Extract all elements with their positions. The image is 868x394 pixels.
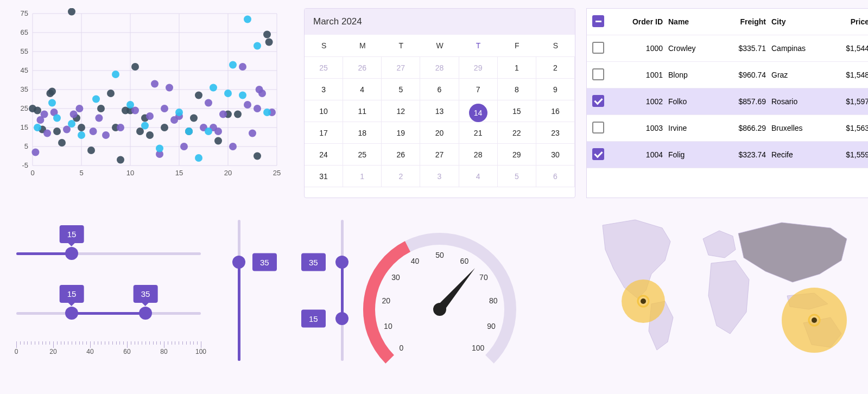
horizontal-slider-single[interactable]: 15 bbox=[16, 220, 201, 269]
svg-point-60 bbox=[265, 39, 273, 46]
calendar-day[interactable]: 3 bbox=[420, 166, 459, 187]
calendar-day[interactable]: 28 bbox=[459, 144, 498, 166]
svg-point-72 bbox=[117, 124, 124, 131]
svg-text:10: 10 bbox=[384, 322, 392, 331]
svg-text:15: 15 bbox=[21, 123, 28, 131]
table-row[interactable]: 1003 Irvine $866.29 Bruxelles $1,563 bbox=[587, 115, 868, 142]
calendar-day[interactable]: 26 bbox=[382, 144, 420, 166]
svg-point-87 bbox=[229, 143, 237, 150]
calendar-day[interactable]: 11 bbox=[343, 100, 382, 122]
calendar-day[interactable]: 28 bbox=[420, 57, 459, 79]
svg-point-35 bbox=[53, 128, 61, 135]
calendar-day[interactable]: 31 bbox=[305, 166, 343, 187]
horizontal-slider-range[interactable]: 15 35 bbox=[16, 279, 201, 328]
svg-text:25: 25 bbox=[273, 169, 281, 177]
svg-point-104 bbox=[156, 145, 163, 152]
calendar-day[interactable]: 15 bbox=[498, 100, 536, 122]
svg-point-103 bbox=[141, 122, 149, 130]
calendar-day[interactable]: 25 bbox=[305, 57, 343, 79]
calendar-day[interactable]: 24 bbox=[305, 144, 343, 166]
table-row[interactable]: 1004 Folig $323.74 Recife $1,559 bbox=[587, 142, 868, 168]
svg-point-75 bbox=[151, 80, 159, 88]
calendar-day[interactable]: 18 bbox=[343, 122, 382, 144]
svg-text:100: 100 bbox=[472, 344, 485, 352]
calendar-day[interactable]: 29 bbox=[459, 57, 498, 79]
table-header-row: Order ID Name Freight City Price bbox=[587, 9, 868, 35]
svg-point-95 bbox=[34, 124, 41, 131]
cell-city: Rosario bbox=[771, 97, 831, 106]
calendar-day[interactable]: 1 bbox=[498, 57, 536, 79]
calendar-day[interactable]: 6 bbox=[420, 79, 459, 100]
calendar-day[interactable]: 25 bbox=[343, 144, 382, 166]
calendar-day[interactable]: 30 bbox=[536, 144, 575, 166]
calendar-day[interactable]: 9 bbox=[536, 79, 575, 100]
calendar-day[interactable]: 17 bbox=[305, 122, 343, 144]
cell-order: 1004 bbox=[619, 150, 668, 159]
calendar-day[interactable]: 6 bbox=[536, 166, 575, 187]
svg-point-37 bbox=[68, 8, 75, 16]
calendar-day[interactable]: 19 bbox=[382, 122, 420, 144]
col-city: City bbox=[771, 17, 831, 26]
svg-point-97 bbox=[53, 115, 61, 122]
row-checkbox[interactable] bbox=[592, 148, 604, 160]
calendar-day[interactable]: 5 bbox=[498, 166, 536, 187]
calendar-day[interactable]: 7 bbox=[459, 79, 498, 100]
calendar-day[interactable]: 4 bbox=[459, 166, 498, 187]
table-row[interactable]: 1000 Crowley $335.71 Campinas $1,544 bbox=[587, 35, 868, 62]
calendar-day[interactable]: 27 bbox=[382, 57, 420, 79]
svg-point-98 bbox=[68, 120, 75, 128]
calendar-day[interactable]: 3 bbox=[305, 79, 343, 100]
calendar-day[interactable]: 21 bbox=[459, 122, 498, 144]
cell-price: $1,559 bbox=[831, 150, 868, 159]
calendar-dow: T bbox=[459, 35, 498, 57]
calendar[interactable]: March 2024 SMTWTFS 252627282912345678910… bbox=[304, 8, 575, 198]
slider-thumb[interactable] bbox=[232, 256, 245, 269]
svg-text:55: 55 bbox=[21, 47, 28, 55]
calendar-day[interactable]: 8 bbox=[498, 79, 536, 100]
col-freight: Freight bbox=[723, 17, 771, 26]
calendar-day[interactable]: 22 bbox=[498, 122, 536, 144]
svg-point-77 bbox=[161, 105, 168, 112]
calendar-day[interactable]: 14 bbox=[459, 100, 498, 122]
svg-point-99 bbox=[78, 131, 85, 139]
cell-city: Bruxelles bbox=[771, 124, 831, 132]
row-checkbox[interactable] bbox=[592, 68, 604, 80]
calendar-day[interactable]: 29 bbox=[498, 144, 536, 166]
slider-tooltip-low: 15 bbox=[60, 285, 84, 303]
col-order-id: Order ID bbox=[619, 17, 668, 26]
calendar-day[interactable]: 20 bbox=[420, 122, 459, 144]
calendar-day[interactable]: 12 bbox=[382, 100, 420, 122]
calendar-day[interactable]: 4 bbox=[343, 79, 382, 100]
calendar-day[interactable]: 2 bbox=[536, 57, 575, 79]
table-row[interactable]: 1002 Folko $857.69 Rosario $1,597 bbox=[587, 88, 868, 115]
calendar-day[interactable]: 10 bbox=[305, 100, 343, 122]
col-price: Price bbox=[831, 17, 868, 26]
svg-point-109 bbox=[210, 84, 217, 92]
calendar-day[interactable]: 13 bbox=[420, 100, 459, 122]
svg-text:20: 20 bbox=[224, 169, 232, 177]
calendar-day[interactable]: 27 bbox=[420, 144, 459, 166]
cell-freight: $323.74 bbox=[723, 150, 771, 159]
table-row[interactable]: 1001 Blonp $960.74 Graz $1,548 bbox=[587, 62, 868, 88]
svg-point-74 bbox=[146, 112, 154, 120]
row-checkbox[interactable] bbox=[592, 42, 604, 54]
svg-point-102 bbox=[126, 101, 134, 109]
cell-freight: $857.69 bbox=[723, 97, 771, 106]
vertical-slider-single[interactable]: 35 bbox=[223, 220, 255, 361]
svg-point-58 bbox=[254, 152, 261, 160]
world-map[interactable] bbox=[586, 209, 868, 393]
calendar-day[interactable]: 16 bbox=[536, 100, 575, 122]
calendar-day[interactable]: 26 bbox=[343, 57, 382, 79]
calendar-day[interactable]: 23 bbox=[536, 122, 575, 144]
select-all-checkbox[interactable] bbox=[592, 15, 604, 27]
calendar-dow: S bbox=[305, 35, 343, 57]
calendar-day[interactable]: 5 bbox=[382, 79, 420, 100]
calendar-day[interactable]: 1 bbox=[343, 166, 382, 187]
row-checkbox[interactable] bbox=[592, 95, 604, 107]
calendar-day[interactable]: 2 bbox=[382, 166, 420, 187]
gauge: 0102030405060708090100 bbox=[304, 209, 575, 393]
svg-point-89 bbox=[244, 101, 251, 109]
svg-point-86 bbox=[219, 111, 227, 118]
row-checkbox[interactable] bbox=[592, 122, 604, 134]
svg-point-41 bbox=[97, 105, 105, 112]
